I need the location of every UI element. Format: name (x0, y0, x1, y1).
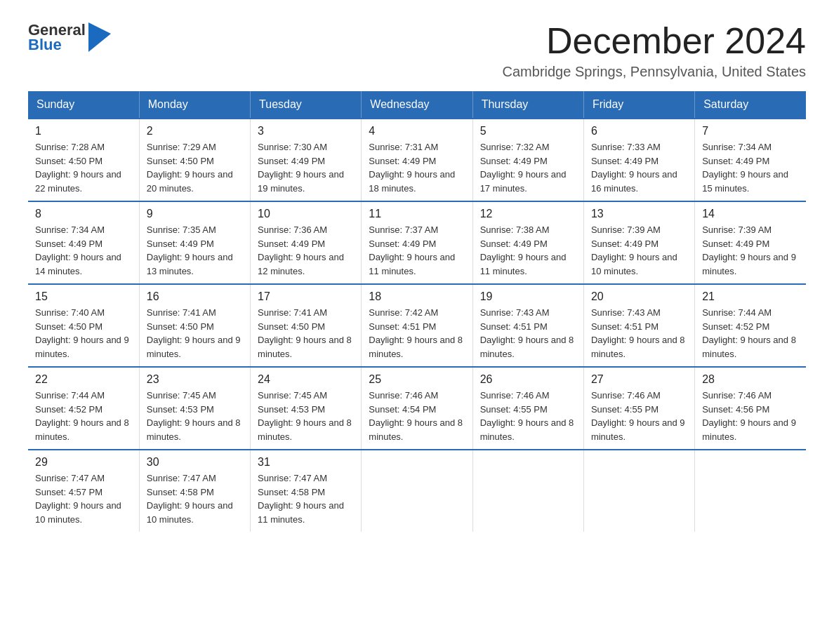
daylight: Daylight: 9 hours and 8 minutes. (480, 417, 574, 442)
daylight: Daylight: 9 hours and 8 minutes. (258, 335, 352, 359)
day-number: 30 (147, 456, 243, 469)
calendar-week-row: 29 Sunrise: 7:47 AM Sunset: 4:57 PM Dayl… (28, 450, 806, 532)
day-number: 25 (369, 373, 465, 386)
day-number: 15 (35, 290, 132, 303)
calendar-week-row: 22 Sunrise: 7:44 AM Sunset: 4:52 PM Dayl… (28, 367, 806, 450)
day-number: 26 (480, 373, 576, 386)
sunrise: Sunrise: 7:29 AM (147, 142, 216, 152)
daylight: Daylight: 9 hours and 8 minutes. (591, 335, 685, 359)
sunrise: Sunrise: 7:47 AM (35, 473, 105, 483)
sunset: Sunset: 4:49 PM (702, 239, 769, 249)
daylight: Daylight: 9 hours and 9 minutes. (35, 335, 129, 359)
sunrise: Sunrise: 7:46 AM (591, 390, 661, 401)
sunset: Sunset: 4:52 PM (702, 321, 769, 332)
calendar-week-row: 15 Sunrise: 7:40 AM Sunset: 4:50 PM Dayl… (28, 284, 806, 367)
sunrise: Sunrise: 7:34 AM (35, 224, 105, 235)
calendar-table: SundayMondayTuesdayWednesdayThursdayFrid… (28, 91, 806, 532)
daylight: Daylight: 9 hours and 8 minutes. (147, 417, 241, 442)
day-number: 28 (702, 373, 799, 386)
daylight: Daylight: 9 hours and 11 minutes. (480, 252, 567, 276)
daylight: Daylight: 9 hours and 14 minutes. (35, 252, 121, 276)
calendar-week-row: 8 Sunrise: 7:34 AM Sunset: 4:49 PM Dayli… (28, 201, 806, 284)
day-info: Sunrise: 7:37 AM Sunset: 4:49 PM Dayligh… (369, 223, 465, 278)
day-info: Sunrise: 7:34 AM Sunset: 4:49 PM Dayligh… (702, 140, 799, 195)
sunset: Sunset: 4:49 PM (591, 156, 658, 166)
sunset: Sunset: 4:50 PM (147, 321, 214, 332)
day-number: 9 (147, 208, 243, 220)
calendar-header-wednesday: Wednesday (362, 91, 472, 119)
svg-marker-0 (88, 22, 111, 52)
day-number: 11 (369, 208, 465, 220)
sunset: Sunset: 4:49 PM (480, 239, 548, 249)
calendar-cell: 7 Sunrise: 7:34 AM Sunset: 4:49 PM Dayli… (695, 119, 806, 201)
day-number: 12 (480, 208, 576, 220)
sunrise: Sunrise: 7:46 AM (702, 390, 772, 401)
day-info: Sunrise: 7:30 AM Sunset: 4:49 PM Dayligh… (258, 140, 354, 195)
daylight: Daylight: 9 hours and 19 minutes. (258, 169, 344, 194)
day-number: 18 (369, 290, 465, 303)
sunset: Sunset: 4:50 PM (258, 321, 325, 332)
daylight: Daylight: 9 hours and 8 minutes. (35, 417, 129, 442)
sunset: Sunset: 4:49 PM (702, 156, 769, 166)
sunset: Sunset: 4:50 PM (35, 156, 102, 166)
day-info: Sunrise: 7:31 AM Sunset: 4:49 PM Dayligh… (369, 140, 465, 195)
sunset: Sunset: 4:53 PM (258, 404, 325, 415)
sunrise: Sunrise: 7:34 AM (702, 142, 772, 152)
daylight: Daylight: 9 hours and 9 minutes. (591, 417, 685, 442)
day-number: 3 (258, 125, 354, 137)
calendar-header-monday: Monday (139, 91, 250, 119)
sunset: Sunset: 4:50 PM (35, 321, 102, 332)
day-info: Sunrise: 7:38 AM Sunset: 4:49 PM Dayligh… (480, 223, 576, 278)
day-info: Sunrise: 7:42 AM Sunset: 4:51 PM Dayligh… (369, 306, 465, 361)
sunset: Sunset: 4:51 PM (369, 321, 436, 332)
daylight: Daylight: 9 hours and 8 minutes. (480, 335, 574, 359)
daylight: Daylight: 9 hours and 8 minutes. (702, 335, 796, 359)
sunset: Sunset: 4:54 PM (369, 404, 436, 415)
daylight: Daylight: 9 hours and 10 minutes. (35, 500, 121, 525)
calendar-cell: 4 Sunrise: 7:31 AM Sunset: 4:49 PM Dayli… (362, 119, 472, 201)
calendar-cell: 3 Sunrise: 7:30 AM Sunset: 4:49 PM Dayli… (251, 119, 362, 201)
sunrise: Sunrise: 7:46 AM (480, 390, 550, 401)
day-info: Sunrise: 7:45 AM Sunset: 4:53 PM Dayligh… (147, 389, 243, 443)
day-number: 10 (258, 208, 354, 220)
day-number: 14 (702, 208, 799, 220)
calendar-cell: 21 Sunrise: 7:44 AM Sunset: 4:52 PM Dayl… (695, 284, 806, 367)
calendar-cell: 13 Sunrise: 7:39 AM Sunset: 4:49 PM Dayl… (583, 201, 694, 284)
day-info: Sunrise: 7:28 AM Sunset: 4:50 PM Dayligh… (35, 140, 132, 195)
daylight: Daylight: 9 hours and 18 minutes. (369, 169, 455, 194)
daylight: Daylight: 9 hours and 8 minutes. (369, 417, 463, 442)
day-info: Sunrise: 7:43 AM Sunset: 4:51 PM Dayligh… (591, 306, 687, 361)
calendar-cell: 30 Sunrise: 7:47 AM Sunset: 4:58 PM Dayl… (139, 450, 250, 532)
sunset: Sunset: 4:49 PM (258, 239, 325, 249)
day-info: Sunrise: 7:46 AM Sunset: 4:56 PM Dayligh… (702, 389, 799, 443)
sunrise: Sunrise: 7:39 AM (702, 224, 772, 235)
sunrise: Sunrise: 7:35 AM (147, 224, 216, 235)
calendar-cell: 28 Sunrise: 7:46 AM Sunset: 4:56 PM Dayl… (695, 367, 806, 450)
calendar-header-sunday: Sunday (28, 91, 139, 119)
calendar-cell: 9 Sunrise: 7:35 AM Sunset: 4:49 PM Dayli… (139, 201, 250, 284)
sunrise: Sunrise: 7:39 AM (591, 224, 661, 235)
sunrise: Sunrise: 7:38 AM (480, 224, 550, 235)
sunrise: Sunrise: 7:43 AM (480, 307, 550, 318)
daylight: Daylight: 9 hours and 22 minutes. (35, 169, 121, 194)
calendar-cell: 2 Sunrise: 7:29 AM Sunset: 4:50 PM Dayli… (139, 119, 250, 201)
sunrise: Sunrise: 7:37 AM (369, 224, 438, 235)
daylight: Daylight: 9 hours and 8 minutes. (258, 417, 352, 442)
calendar-cell: 17 Sunrise: 7:41 AM Sunset: 4:50 PM Dayl… (251, 284, 362, 367)
day-number: 2 (147, 125, 243, 137)
day-number: 8 (35, 208, 132, 220)
day-info: Sunrise: 7:39 AM Sunset: 4:49 PM Dayligh… (591, 223, 687, 278)
subtitle: Cambridge Springs, Pennsylvania, United … (503, 64, 806, 80)
calendar-week-row: 1 Sunrise: 7:28 AM Sunset: 4:50 PM Dayli… (28, 119, 806, 201)
sunset: Sunset: 4:53 PM (147, 404, 214, 415)
day-info: Sunrise: 7:47 AM Sunset: 4:57 PM Dayligh… (35, 471, 132, 526)
day-number: 31 (258, 456, 354, 469)
daylight: Daylight: 9 hours and 13 minutes. (147, 252, 233, 276)
sunset: Sunset: 4:56 PM (702, 404, 769, 415)
day-info: Sunrise: 7:32 AM Sunset: 4:49 PM Dayligh… (480, 140, 576, 195)
daylight: Daylight: 9 hours and 15 minutes. (702, 169, 788, 194)
sunrise: Sunrise: 7:33 AM (591, 142, 661, 152)
day-info: Sunrise: 7:44 AM Sunset: 4:52 PM Dayligh… (702, 306, 799, 361)
sunrise: Sunrise: 7:36 AM (258, 224, 327, 235)
calendar-cell: 29 Sunrise: 7:47 AM Sunset: 4:57 PM Dayl… (28, 450, 139, 532)
